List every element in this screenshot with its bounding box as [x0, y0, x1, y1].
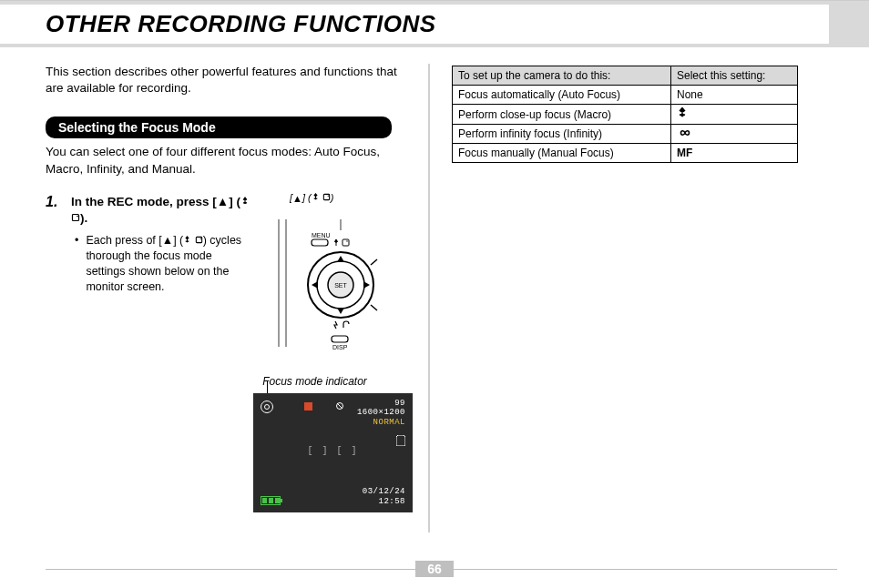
svg-rect-21 [332, 336, 348, 342]
table-cell-action: Perform infinity focus (Infinity) [453, 125, 671, 144]
svg-rect-4 [323, 194, 329, 199]
svg-rect-2 [196, 237, 201, 242]
remaining-shots: 99 [357, 399, 405, 408]
left-column: This section describes other powerful fe… [46, 64, 428, 532]
resolution: 1600×1200 [357, 408, 405, 417]
battery-icon [261, 496, 281, 505]
intro-text: This section describes other powerful fe… [46, 64, 408, 96]
tulip-icon [240, 197, 250, 206]
flash-icon [335, 401, 344, 411]
section-heading: Selecting the Focus Mode [46, 117, 392, 138]
card-icon [322, 193, 331, 201]
table-head-action: To set up the camera to do this: [453, 66, 671, 86]
card-icon [71, 213, 80, 222]
quality: NORMAL [357, 418, 405, 427]
content-area: This section describes other powerful fe… [0, 47, 869, 532]
table-row: Perform infinity focus (Infinity) [453, 125, 798, 144]
lcd-preview: 99 1600×1200 NORMAL [ ] [ ] 03/12/24 12:… [253, 393, 413, 512]
table-cell-setting: None [671, 86, 798, 105]
step-title: In the REC mode, press [▲] ( ). [71, 194, 253, 228]
svg-point-5 [327, 195, 328, 196]
menu-label: MENU [312, 232, 331, 238]
disp-label: DISP [332, 344, 348, 350]
svg-point-1 [77, 216, 78, 218]
svg-line-19 [371, 259, 377, 265]
right-column: To set up the camera to do this: Select … [452, 64, 825, 532]
callout-end: ) [331, 192, 334, 203]
svg-rect-0 [73, 215, 79, 221]
table-row: Focus automatically (Auto Focus) None [453, 86, 798, 105]
table-cell-action: Focus automatically (Auto Focus) [453, 86, 671, 105]
page-number: 66 [415, 561, 454, 577]
lcd-datetime: 03/12/24 12:58 [363, 487, 405, 507]
page-header: OTHER RECORDING FUNCTIONS [0, 0, 869, 47]
focus-indicator-label: Focus mode indicator [235, 375, 394, 388]
set-label: SET [334, 282, 347, 289]
focus-brackets: [ ] [ ] [253, 446, 413, 456]
step-title-end: ). [80, 211, 87, 225]
table-cell-setting [671, 105, 798, 125]
bullet-dot: • [75, 233, 78, 295]
svg-point-11 [346, 240, 347, 241]
callout-mid: ] ( [302, 192, 312, 203]
table-cell-action: Focus manually (Manual Focus) [453, 144, 671, 163]
lcd-time: 12:58 [363, 497, 405, 507]
focus-mode-table: To set up the camera to do this: Select … [452, 66, 798, 163]
button-callout: [▲] ( ) [290, 192, 333, 204]
svg-line-23 [337, 403, 342, 409]
page-title: OTHER RECORDING FUNCTIONS [0, 5, 829, 44]
step-title-suffix: ] ( [229, 195, 240, 208]
step-number: 1. [46, 194, 62, 210]
tulip-icon [312, 193, 320, 201]
table-cell-setting [671, 125, 798, 144]
card-icon [195, 236, 203, 244]
table-row: Focus manually (Manual Focus) MF [453, 144, 798, 163]
table-row: Perform close-up focus (Macro) [453, 105, 798, 125]
page-footer: 66 [0, 561, 869, 577]
step-bullet: • Each press of [▲] ( ) cycles thorough … [71, 233, 253, 295]
sd-card-icon [396, 435, 405, 446]
bullet-text: Each press of [▲] ( ) cycles thorough th… [86, 233, 253, 295]
up-icon: ▲ [217, 194, 229, 210]
camera-control-diagram: MENU SET [268, 210, 395, 360]
control-diagram-column: [▲] ( ) MENU [262, 194, 408, 512]
up-icon: ▲ [162, 233, 173, 248]
bullet-mid: ] ( [173, 234, 183, 247]
step-1: 1. In the REC mode, press [▲] ( ). • Eac… [46, 194, 408, 512]
svg-rect-10 [342, 239, 349, 246]
table-cell-setting: MF [671, 144, 798, 163]
step-text: In the REC mode, press [▲] ( ). • Each p… [71, 194, 253, 295]
lcd-date: 03/12/24 [363, 487, 405, 497]
table-cell-action: Perform close-up focus (Macro) [453, 105, 671, 125]
up-icon: ▲ [292, 193, 302, 204]
table-head-setting: Select this setting: [671, 66, 798, 86]
infinity-icon [677, 128, 693, 137]
svg-rect-9 [312, 239, 328, 246]
focus-mode-indicator-icon [261, 400, 273, 413]
svg-line-20 [371, 305, 377, 310]
rec-icon [304, 402, 312, 411]
lcd-top-right: 99 1600×1200 NORMAL [357, 399, 405, 427]
step-title-prefix: In the REC mode, press [ [71, 195, 217, 208]
tulip-icon [677, 107, 688, 118]
section-body: You can select one of four different foc… [46, 144, 408, 177]
column-divider [428, 64, 430, 532]
bullet-prefix: Each press of [ [86, 234, 161, 247]
tulip-icon [183, 236, 191, 244]
svg-point-3 [199, 238, 200, 238]
